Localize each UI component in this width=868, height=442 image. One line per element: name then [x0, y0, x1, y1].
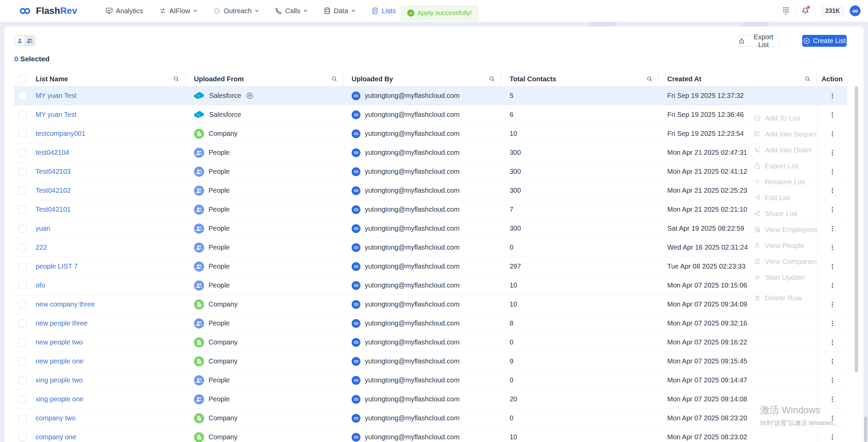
search-icon[interactable]	[646, 76, 653, 82]
list-name-link[interactable]: new people three	[36, 319, 87, 327]
page-scrollbar-thumb[interactable]	[864, 417, 867, 442]
list-name-link[interactable]: test042104	[36, 149, 69, 156]
list-name-link[interactable]: new company three	[36, 300, 95, 308]
list-name-link[interactable]: new people two	[36, 338, 83, 346]
list-name-link[interactable]: xing people two	[36, 376, 83, 384]
column-header-list-name[interactable]: List Name	[36, 72, 185, 86]
nav-item-calls[interactable]: Calls	[274, 7, 307, 15]
row-actions-kebab[interactable]	[827, 204, 837, 215]
row-checkbox[interactable]	[18, 92, 26, 100]
apps-dialpad-icon[interactable]	[782, 6, 790, 15]
list-name-link[interactable]: company two	[36, 414, 76, 422]
user-avatar[interactable]: ∞	[850, 5, 861, 16]
table-row[interactable]: new people oneCompanyyutongtong@myflashc…	[14, 352, 847, 371]
row-checkbox[interactable]	[18, 244, 26, 252]
column-header-uploaded-from[interactable]: Uploaded From	[185, 72, 343, 86]
row-checkbox[interactable]	[18, 281, 26, 290]
list-name-link[interactable]: company one	[36, 433, 76, 441]
table-row[interactable]: company twoCompanyyutongtong@myflashclou…	[14, 409, 847, 428]
list-name-link[interactable]: new people one	[36, 357, 83, 365]
row-actions-kebab[interactable]	[827, 223, 837, 234]
row-actions-kebab[interactable]	[827, 128, 837, 139]
list-name-link[interactable]: 222	[36, 244, 47, 251]
table-row[interactable]: MY yuan TestSalesforceyutongtong@myflash…	[14, 105, 847, 124]
table-row[interactable]: testcompany001Companyyutongtong@myflashc…	[14, 124, 847, 143]
table-row[interactable]: Test042101Peopleyutongtong@myflashcloud.…	[14, 200, 847, 219]
search-icon[interactable]	[804, 76, 811, 82]
row-actions-kebab[interactable]	[827, 318, 837, 329]
row-actions-kebab[interactable]	[827, 261, 837, 272]
nav-item-aiflow[interactable]: AIFlow	[159, 7, 197, 15]
table-row[interactable]: xing people twoPeopleyutongtong@myflashc…	[14, 371, 847, 390]
list-name-link[interactable]: Test042102	[36, 187, 71, 194]
people-view-toggle[interactable]	[15, 36, 24, 45]
list-name-link[interactable]: xing people one	[36, 395, 83, 403]
row-checkbox[interactable]	[18, 225, 26, 233]
search-icon[interactable]	[331, 76, 338, 82]
row-actions-kebab[interactable]	[827, 394, 837, 405]
search-icon[interactable]	[489, 76, 495, 82]
table-row[interactable]: xing people onePeopleyutongtong@myflashc…	[14, 390, 847, 409]
export-list-button[interactable]: Export List	[738, 35, 780, 47]
credits-badge[interactable]: 231K	[821, 6, 844, 16]
row-checkbox[interactable]	[18, 206, 26, 214]
row-actions-kebab[interactable]	[827, 375, 837, 386]
row-actions-kebab[interactable]	[827, 90, 837, 101]
company-view-toggle[interactable]	[25, 36, 34, 45]
row-actions-kebab[interactable]	[827, 356, 837, 367]
sync-status-icon[interactable]	[246, 92, 254, 100]
table-row[interactable]: test042104Peopleyutongtong@myflashcloud.…	[14, 143, 847, 162]
list-name-link[interactable]: Test042103	[36, 168, 71, 175]
list-name-link[interactable]: yuan	[36, 225, 50, 232]
list-name-link[interactable]: testcompany001	[36, 130, 85, 138]
row-actions-kebab[interactable]	[827, 337, 837, 348]
nav-item-data[interactable]: Data	[323, 7, 355, 15]
row-checkbox[interactable]	[18, 187, 26, 195]
table-row[interactable]: Test042102Peopleyutongtong@myflashcloud.…	[14, 181, 847, 200]
row-actions-kebab[interactable]	[827, 147, 837, 158]
row-checkbox[interactable]	[18, 300, 26, 309]
row-checkbox[interactable]	[18, 376, 26, 384]
table-row[interactable]: new people twoCompanyyutongtong@myflashc…	[14, 333, 847, 352]
table-row[interactable]: 222Peopleyutongtong@myflashcloud.com0Wed…	[14, 238, 847, 257]
table-row[interactable]: people LIST 7Peopleyutongtong@myflashclo…	[14, 257, 847, 276]
select-all-checkbox[interactable]	[18, 75, 26, 83]
list-name-link[interactable]: MY yuan Test	[36, 92, 76, 100]
row-actions-kebab[interactable]	[827, 242, 837, 253]
table-row[interactable]: yuanPeopleyutongtong@myflashcloud.com300…	[14, 219, 847, 238]
table-row[interactable]: new people threePeopleyutongtong@myflash…	[14, 314, 847, 333]
list-name-link[interactable]: ofo	[36, 281, 45, 289]
list-name-link[interactable]: people LIST 7	[36, 262, 78, 270]
row-checkbox[interactable]	[18, 168, 26, 176]
create-list-button[interactable]: Create List	[802, 35, 847, 47]
row-actions-kebab[interactable]	[827, 109, 837, 120]
search-icon[interactable]	[173, 76, 180, 82]
nav-item-lists[interactable]: Lists	[371, 7, 396, 15]
column-header-total-contacts[interactable]: Total Contacts	[501, 72, 659, 86]
row-checkbox[interactable]	[18, 262, 26, 271]
table-row[interactable]: Test042103Peopleyutongtong@myflashcloud.…	[14, 162, 847, 181]
row-actions-kebab[interactable]	[827, 432, 837, 442]
brand-logo[interactable]: FlashRev	[18, 6, 77, 16]
list-name-link[interactable]: MY yuan Test	[36, 111, 76, 119]
row-checkbox[interactable]	[18, 149, 26, 157]
list-name-link[interactable]: Test042101	[36, 206, 71, 213]
row-checkbox[interactable]	[18, 357, 26, 365]
table-scrollbar-thumb[interactable]	[855, 86, 858, 373]
row-checkbox[interactable]	[18, 130, 26, 138]
table-row[interactable]: new company threeCompanyyutongtong@myfla…	[14, 295, 847, 314]
notifications-bell-icon[interactable]	[801, 6, 810, 15]
nav-item-analytics[interactable]: Analytics	[105, 7, 143, 15]
row-checkbox[interactable]	[18, 395, 26, 403]
row-checkbox[interactable]	[18, 433, 26, 441]
row-checkbox[interactable]	[18, 111, 26, 119]
row-checkbox[interactable]	[18, 338, 26, 346]
table-row[interactable]: company oneCompanyyutongtong@myflashclou…	[14, 428, 847, 442]
row-checkbox[interactable]	[18, 414, 26, 422]
row-actions-kebab[interactable]	[827, 280, 837, 291]
row-actions-kebab[interactable]	[827, 185, 837, 196]
column-header-created-at[interactable]: Created At	[659, 72, 817, 86]
table-row[interactable]: ofoPeopleyutongtong@myflashcloud.com10Mo…	[14, 276, 847, 295]
row-checkbox[interactable]	[18, 319, 26, 328]
row-actions-kebab[interactable]	[827, 299, 837, 310]
